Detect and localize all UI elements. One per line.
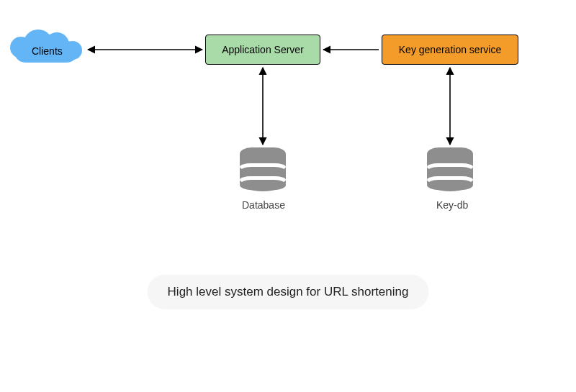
clients-label: Clients	[32, 45, 63, 57]
key-generation-service-label: Key generation service	[399, 44, 501, 55]
database-label: Database	[242, 199, 285, 211]
application-server-label: Application Server	[222, 44, 304, 55]
key-generation-service-node: Key generation service	[382, 35, 518, 65]
diagram-caption: High level system design for URL shorten…	[148, 275, 429, 309]
application-server-node: Application Server	[205, 35, 320, 65]
database-icon	[240, 147, 286, 193]
keydb-icon	[427, 147, 473, 193]
keydb-label: Key-db	[436, 199, 468, 211]
